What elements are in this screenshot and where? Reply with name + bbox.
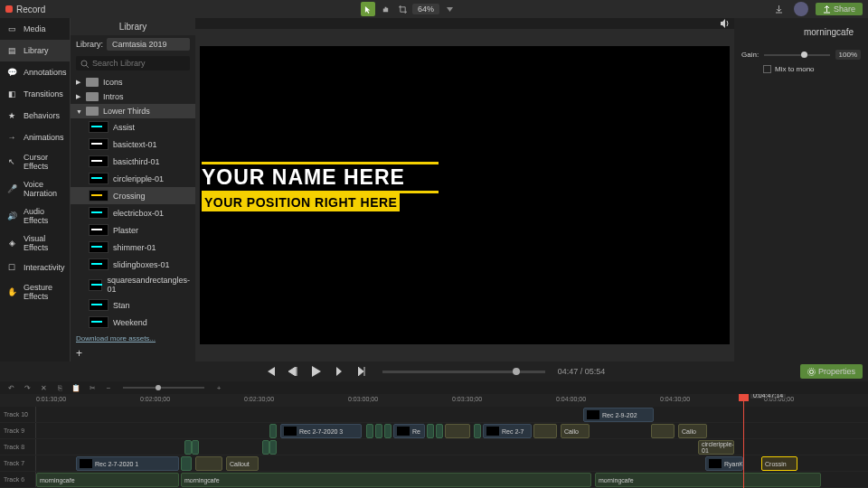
library-item[interactable]: squaresandrectangles-01 (71, 273, 195, 296)
zoom-percentage[interactable]: 64% (412, 4, 439, 14)
timeline-clip[interactable]: Callout (226, 456, 259, 471)
timeline-clip[interactable]: Rec 2-7-2020 1 (76, 456, 179, 471)
library-item[interactable]: Crossing (71, 187, 195, 204)
tool-annotations[interactable]: 💬Annotations (0, 61, 70, 83)
zoom-dropdown[interactable] (442, 2, 457, 16)
timeline-clip[interactable] (445, 424, 470, 438)
gain-slider-knob[interactable] (801, 52, 807, 58)
library-item[interactable]: Assist (71, 118, 195, 136)
tool-voice[interactable]: 🎤Voice Narration (0, 175, 70, 202)
tool-interactivity[interactable]: ☐Interactivity (0, 257, 70, 278)
track-label[interactable]: Track 6 (0, 472, 36, 487)
timeline-clip[interactable]: morningcafe (36, 473, 179, 487)
scrubber-knob[interactable] (513, 368, 520, 375)
gain-slider[interactable] (764, 54, 829, 56)
tool-transitions[interactable]: ◧Transitions (0, 83, 70, 105)
zoom-in-button[interactable]: + (213, 382, 224, 393)
library-dropdown[interactable]: Camtasia 2019 (107, 38, 190, 51)
timeline-clip[interactable]: Callo (561, 424, 590, 438)
library-item[interactable]: Weekend (71, 314, 195, 331)
undo-button[interactable]: ↶ (5, 382, 16, 393)
library-item[interactable]: circleripple-01 (71, 170, 195, 187)
timeline-zoom-knob[interactable] (156, 385, 161, 390)
prev-clip-button[interactable] (263, 363, 279, 380)
tool-behaviors[interactable]: ★Behaviors (0, 105, 70, 127)
library-search[interactable]: Search Library (76, 56, 190, 70)
timeline-clip[interactable] (269, 424, 277, 438)
timeline-clip[interactable] (436, 424, 443, 438)
timeline-clip[interactable] (192, 440, 199, 455)
library-item[interactable]: electricbox-01 (71, 204, 195, 221)
share-button[interactable]: Share (816, 3, 863, 15)
timeline-clip[interactable]: Rec 2-7-2020 3 (280, 424, 362, 438)
timeline-clip[interactable]: Re (393, 424, 425, 438)
mix-to-mono-checkbox[interactable] (763, 65, 771, 73)
tool-gesture[interactable]: ✋Gesture Effects (0, 278, 70, 305)
zoom-out-button[interactable]: − (103, 382, 114, 393)
timeline-clip[interactable] (262, 440, 269, 455)
timeline-clip[interactable] (384, 424, 392, 438)
timeline-clip[interactable]: morningcafe (181, 473, 591, 487)
timeline-clip[interactable] (195, 456, 222, 471)
library-folder[interactable]: ▶Intros (71, 89, 195, 104)
paste-button[interactable]: 📋 (71, 382, 81, 393)
timeline-clip[interactable] (366, 424, 373, 438)
step-back-button[interactable] (285, 363, 301, 380)
timeline-clip[interactable]: Rec 2-7 (483, 424, 532, 438)
tool-crop[interactable] (395, 2, 410, 16)
library-item[interactable]: basictext-01 (71, 136, 195, 153)
track-label[interactable]: Track 8 (0, 439, 36, 455)
tool-hand[interactable] (378, 2, 392, 16)
tool-animations[interactable]: →Animations (0, 127, 70, 148)
tool-library[interactable]: ▤Library (0, 40, 70, 61)
record-button[interactable]: Record (5, 5, 45, 14)
timeline-clip[interactable]: RyanKno (705, 456, 743, 471)
download-icon[interactable] (772, 2, 787, 16)
next-clip-button[interactable] (354, 363, 370, 380)
tool-media[interactable]: ▭Media (0, 18, 70, 40)
preview-canvas[interactable]: YOUR NAME HERE YOUR POSITION RIGHT HERE (200, 46, 730, 344)
track-label[interactable]: Track 10 (0, 407, 36, 422)
copy-button[interactable]: ⎘ (54, 382, 65, 393)
speaker-icon[interactable] (720, 18, 731, 29)
tool-visual[interactable]: ◈Visual Effects (0, 230, 70, 257)
user-avatar[interactable] (794, 2, 808, 16)
library-folder[interactable]: ▼Lower Thirds (71, 104, 195, 118)
properties-button[interactable]: Properties (800, 364, 863, 379)
add-library-item[interactable]: + (71, 345, 195, 361)
timeline-clip[interactable] (651, 424, 675, 438)
timeline-clip[interactable] (181, 456, 192, 471)
library-item[interactable]: slidingboxes-01 (71, 256, 195, 273)
redo-button[interactable]: ↷ (22, 382, 33, 393)
tool-cursor[interactable]: ↖Cursor Effects (0, 148, 70, 175)
timeline-clip[interactable] (533, 424, 557, 438)
playhead[interactable]: 0:04:47;14 (743, 394, 744, 488)
timeline-clip[interactable] (184, 440, 192, 455)
timeline-zoom-slider[interactable] (123, 387, 204, 389)
library-folder[interactable]: ▶Icons (71, 75, 195, 89)
timeline-clip[interactable]: morningcafe (595, 473, 821, 487)
timeline-clip[interactable] (269, 440, 277, 455)
timeline-clip[interactable]: circleripple-01 (698, 440, 734, 455)
library-item[interactable]: Stan (71, 296, 195, 314)
track-label[interactable]: Track 9 (0, 423, 36, 438)
timeline-clip[interactable]: Rec 2-9-202 (583, 408, 654, 422)
track-label[interactable]: Track 7 (0, 455, 36, 471)
playhead-handle[interactable] (739, 394, 749, 401)
library-item[interactable]: Plaster (71, 221, 195, 239)
library-item[interactable]: basicthird-01 (71, 153, 195, 170)
step-forward-button[interactable] (332, 363, 348, 380)
tool-pointer[interactable] (361, 2, 375, 16)
timeline-clip[interactable] (375, 424, 382, 438)
tool-audio[interactable]: 🔊Audio Effects (0, 202, 70, 230)
play-button[interactable] (307, 361, 326, 381)
library-item[interactable]: shimmer-01 (71, 239, 195, 256)
download-assets-link[interactable]: Download more assets... (71, 332, 195, 345)
timeline-clip[interactable]: Callo (678, 424, 707, 438)
split-button[interactable]: ✂ (87, 382, 98, 393)
timeline-clip[interactable] (427, 424, 434, 438)
timeline-clip[interactable] (474, 424, 481, 438)
cut-button[interactable]: ✕ (38, 382, 49, 393)
timeline-clip[interactable]: Crossin (761, 456, 797, 471)
playback-scrubber[interactable] (382, 371, 545, 373)
